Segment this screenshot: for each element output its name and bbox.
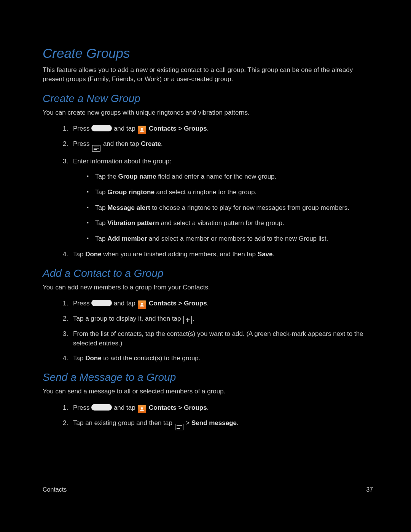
section-heading: Create a New Group — [43, 91, 373, 107]
section-intro: You can create new groups with unique ri… — [43, 108, 373, 118]
home-button-icon — [91, 404, 112, 411]
contacts-icon — [138, 405, 146, 413]
ordered-list: Press and tap Contacts > Groups. Tap a g… — [43, 299, 373, 363]
text: Enter information about the group: — [73, 158, 171, 165]
page-footer: Contacts 37 — [43, 485, 373, 494]
list-item: From the list of contacts, tap the conta… — [70, 329, 373, 348]
menu-icon — [92, 145, 100, 152]
plus-icon: + — [183, 316, 192, 324]
text: Contacts > Groups — [147, 125, 207, 132]
menu-icon — [175, 424, 183, 430]
bullet-item: Tap Add member and select a member or me… — [88, 234, 373, 244]
list-item: Enter information about the group: Tap t… — [70, 157, 373, 244]
intro-text: This feature allows you to add a new or … — [43, 66, 373, 84]
text: Create — [141, 140, 161, 147]
list-item: Press and tap Contacts > Groups. — [70, 403, 373, 413]
page-title: Create Groups — [43, 44, 373, 63]
contacts-icon — [138, 126, 146, 134]
list-item: Press and tap Contacts > Groups. — [70, 124, 373, 134]
ordered-list: Press and tap Contacts > Groups. Tap an … — [43, 403, 373, 430]
home-button-icon — [91, 125, 112, 131]
list-item: Press and then tap Create. — [70, 139, 373, 151]
list-item: Press and tap Contacts > Groups. — [70, 299, 373, 309]
text: and then tap — [101, 140, 141, 147]
bullet-item: Tap Message alert to choose a ringtone t… — [88, 203, 373, 213]
list-item: Tap a group to display it, and then tap … — [70, 314, 373, 324]
bullet-item: Tap Group ringtone and select a ringtone… — [88, 188, 373, 197]
list-item: Tap an existing group and then tap > Sen… — [70, 419, 373, 430]
list-item: Tap Done when you are finished adding me… — [70, 250, 373, 259]
text: and tap — [112, 125, 137, 132]
text: . — [207, 125, 209, 132]
home-button-icon — [91, 300, 112, 306]
section-heading: Send a Message to a Group — [43, 370, 373, 385]
list-item: Tap Done to add the contact(s) to the gr… — [70, 354, 373, 363]
text: Press — [73, 125, 91, 132]
section-intro: You can send a message to all or selecte… — [43, 387, 373, 396]
section-heading: Add a Contact to a Group — [43, 266, 373, 281]
bullet-item: Tap the Group name field and enter a nam… — [88, 172, 373, 182]
section-intro: You can add new members to a group from … — [43, 283, 373, 292]
bullet-item: Tap Vibration pattern and select a vibra… — [88, 219, 373, 228]
footer-section: Contacts — [43, 485, 67, 494]
text: . — [161, 140, 163, 147]
contacts-icon — [138, 300, 146, 309]
page-number: 37 — [366, 485, 373, 494]
text: Press — [73, 140, 91, 147]
ordered-list: Press and tap Contacts > Groups. Press a… — [43, 124, 373, 259]
bullet-list: Tap the Group name field and enter a nam… — [73, 172, 373, 243]
